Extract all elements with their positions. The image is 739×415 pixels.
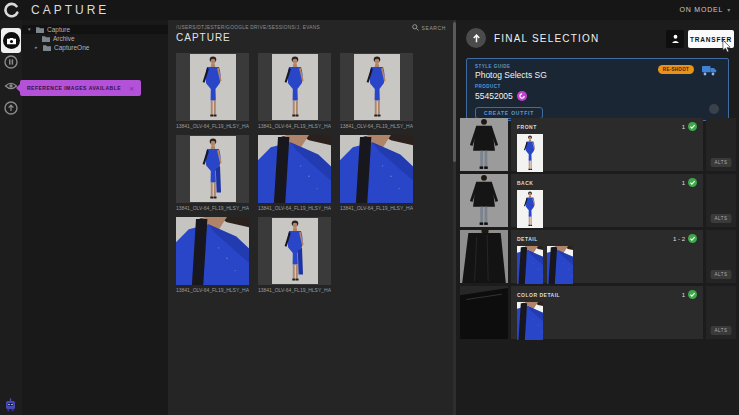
capture-photo — [340, 135, 413, 203]
capture-photo — [258, 135, 331, 203]
capture-photo — [176, 53, 249, 121]
selection-row-card: FRONT 1 — [511, 118, 703, 171]
shot-type-label: DETAIL — [517, 236, 538, 242]
search-control[interactable]: SEARCH — [412, 24, 446, 31]
rail-item-capture[interactable] — [1, 28, 21, 53]
product-number: 55452005 — [475, 91, 513, 101]
selection-rows: FRONT 1 ALTS BACK 1 — [460, 118, 736, 339]
close-icon[interactable]: ✕ — [129, 85, 134, 92]
browser-heading: CAPTURE — [176, 32, 231, 43]
shot-type-label: COLOR DETAIL — [517, 292, 560, 298]
capture-photo — [340, 53, 413, 121]
alts-strip: ALTS — [706, 230, 736, 283]
caret-collapsed-icon: ▸ — [35, 43, 40, 52]
selected-shots — [517, 302, 697, 340]
style-guide-card: STYLE GUIDE Photog Selects SG RE-SHOOT P… — [466, 58, 729, 121]
assign-user-button[interactable] — [666, 30, 684, 48]
rail-item-sessions[interactable] — [4, 55, 18, 69]
capture-thumbnail-item[interactable]: 13841_OLV-64_FL19_HLSY_HA19020... — [340, 135, 413, 211]
person-icon — [671, 34, 680, 44]
capture-thumbnail-item[interactable]: 13841_OLV-64_FL19_HLSY_HA19020... — [258, 135, 331, 211]
selection-row: FRONT 1 ALTS — [460, 118, 736, 171]
mode-label: ON MODEL — [679, 6, 723, 13]
selected-shot-thumbnail[interactable] — [517, 134, 543, 172]
capture-filename: 13841_OLV-64_FL19_HLSY_HA19020... — [258, 205, 331, 211]
capture-filename: 13841_OLV-64_FL19_HLSY_HA19020... — [176, 287, 249, 293]
capture-filename: 13841_OLV-64_FL19_HLSY_HA19020... — [340, 205, 413, 211]
upload-arrow-icon — [4, 101, 18, 115]
pause-icon — [4, 55, 18, 69]
capture-thumbnail-item[interactable]: 13841_OLV-64_FL19_HLSY_HA19020... — [258, 53, 331, 129]
capture-filename: 13841_OLV-64_FL19_HLSY_HA19020... — [176, 205, 249, 211]
capture-thumbnail-item[interactable]: 13841_OLV-64_FL19_HLSY_HA19020... — [176, 135, 249, 211]
capture-photo — [176, 135, 249, 203]
check-icon — [688, 122, 697, 131]
search-icon — [412, 24, 419, 31]
selected-shots — [517, 190, 697, 228]
shot-count: 1 - 2 — [673, 236, 685, 242]
app-title: CAPTURE — [31, 3, 109, 17]
upload-circle-icon — [466, 28, 486, 48]
tree-item-label: Capture — [47, 25, 70, 34]
search-label: SEARCH — [422, 25, 446, 31]
alts-strip: ALTS — [706, 174, 736, 227]
breadcrumb: /USERS/DTJESTER/GOOGLE DRIVE/SESSIONS/J.… — [176, 25, 320, 30]
capture-filename: 13841_OLV-64_FL19_HLSY_HA19020... — [258, 287, 331, 293]
tree-item-archive[interactable]: Archive — [22, 34, 168, 43]
robot-icon — [4, 397, 17, 412]
tree-item-captureone[interactable]: ▸ CaptureOne — [22, 43, 168, 52]
shot-type-label: FRONT — [517, 124, 537, 130]
alts-button[interactable]: ALTS — [711, 214, 732, 223]
selection-row-card: BACK 1 — [511, 174, 703, 227]
selected-shot-thumbnail[interactable] — [517, 302, 543, 340]
shot-type-label: BACK — [517, 180, 533, 186]
shot-count: 1 — [682, 292, 685, 298]
capture-thumbnail-item[interactable]: 13841_OLV-64_FL19_HLSY_HA19020... — [176, 53, 249, 129]
folder-icon — [36, 26, 44, 33]
selected-shots — [517, 134, 697, 172]
check-icon — [688, 178, 697, 187]
selected-shot-thumbnail[interactable] — [517, 246, 543, 284]
capture-filename: 13841_OLV-64_FL19_HLSY_HA19020... — [340, 123, 413, 129]
capture-thumbnail-item[interactable]: 13841_OLV-64_FL19_HLSY_HA19020... — [340, 53, 413, 129]
alts-button[interactable]: ALTS — [711, 326, 732, 335]
rail-item-upload[interactable] — [4, 101, 18, 115]
capture-filename: 13841_OLV-64_FL19_HLSY_HA19020... — [258, 123, 331, 129]
folder-icon — [42, 35, 50, 42]
tree-item-label: CaptureOne — [54, 43, 89, 52]
product-label: PRODUCT — [475, 84, 720, 89]
caret-expanded-icon: ▾ — [28, 25, 33, 34]
selected-shot-thumbnail[interactable] — [517, 190, 543, 228]
selection-row-card: DETAIL 1 - 2 — [511, 230, 703, 283]
card-drag-dot[interactable] — [709, 104, 719, 114]
folder-icon — [43, 44, 51, 51]
reference-thumbnail[interactable] — [460, 174, 508, 227]
alts-button[interactable]: ALTS — [711, 158, 732, 167]
capture-grid: 13841_OLV-64_FL19_HLSY_HA19020... 13841_… — [176, 53, 413, 293]
capture-thumbnail-item[interactable]: 13841_OLV-64_FL19_HLSY_HA19020... — [176, 217, 249, 293]
selection-row: COLOR DETAIL 1 ALTS — [460, 286, 736, 339]
reference-thumbnail[interactable] — [460, 230, 508, 283]
sample-truck-icon — [702, 65, 717, 76]
left-icon-rail — [0, 20, 22, 415]
selection-row: BACK 1 ALTS — [460, 174, 736, 227]
capture-photo — [258, 53, 331, 121]
capture-thumbnail-item[interactable]: 13841_OLV-64_FL19_HLSY_HA19020... — [258, 217, 331, 293]
product-status-badge-icon[interactable] — [517, 91, 527, 101]
selected-shot-thumbnail[interactable] — [547, 246, 573, 284]
top-bar: CAPTURE ON MODEL ▾ — [0, 0, 739, 20]
capture-browser-panel: /USERS/DTJESTER/GOOGLE DRIVE/SESSIONS/J.… — [168, 20, 456, 415]
capture-photo — [258, 217, 331, 285]
shot-count: 1 — [682, 124, 685, 130]
banner-label: REFERENCE IMAGES AVAILABLE — [27, 85, 121, 91]
reference-thumbnail[interactable] — [460, 286, 508, 339]
mode-dropdown[interactable]: ON MODEL ▾ — [679, 6, 731, 13]
tree-item-capture[interactable]: ▾ Capture — [22, 25, 168, 34]
reference-thumbnail[interactable] — [460, 118, 508, 171]
selected-shots — [517, 246, 697, 284]
capture-photo — [176, 217, 249, 285]
selection-row-card: COLOR DETAIL 1 — [511, 286, 703, 339]
camera-icon — [3, 32, 20, 49]
check-icon — [688, 290, 697, 299]
alts-button[interactable]: ALTS — [711, 270, 732, 279]
